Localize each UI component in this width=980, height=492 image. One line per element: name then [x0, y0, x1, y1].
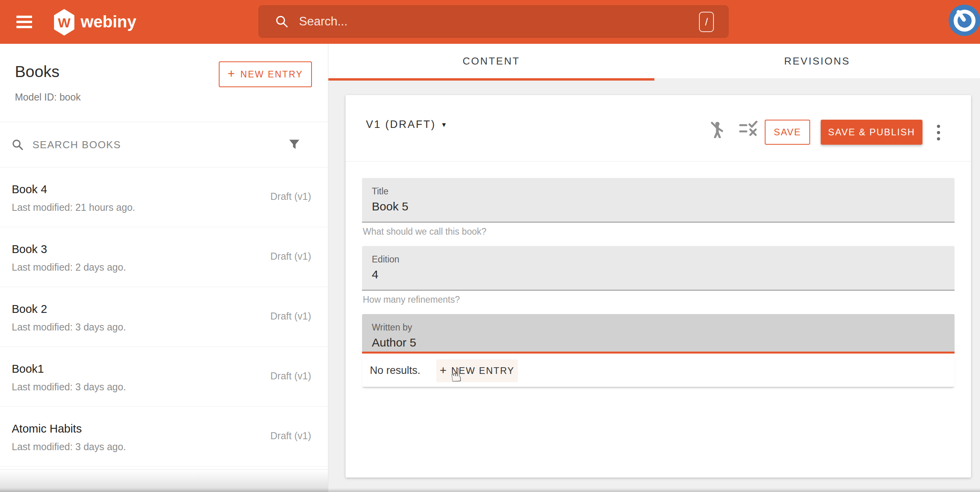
editor-tabbar: CONTENT REVISIONS [328, 44, 980, 78]
edition-field-label: Edition [372, 254, 399, 265]
request-review-icon[interactable] [709, 121, 725, 138]
book-last-modified: Last modified: 2 days ago. [12, 262, 126, 273]
entries-sidebar: Books Model ID: book + NEW ENTRY Book 4 … [0, 44, 328, 492]
title-input[interactable] [372, 200, 920, 213]
global-search-bar[interactable]: / [258, 5, 729, 38]
page-title: Books [15, 63, 59, 81]
book-title: Book 4 [12, 183, 47, 196]
slash-shortcut-key: / [699, 12, 714, 32]
brand-wordmark: webiny [81, 13, 136, 31]
search-books-input[interactable] [32, 122, 267, 167]
editor-workarea: V1 (DRAFT) ▾ [328, 81, 980, 492]
save-button[interactable]: SAVE [765, 120, 810, 145]
filter-icon[interactable] [288, 138, 300, 150]
written-by-field-label: Written by [372, 322, 412, 333]
power-icon [949, 5, 980, 36]
new-entry-button[interactable]: + NEW ENTRY [219, 61, 312, 87]
model-id-label: Model ID: book [15, 92, 81, 103]
title-field-label: Title [372, 186, 389, 197]
search-icon [275, 14, 289, 29]
list-item[interactable]: Book 3 Last modified: 2 days ago. Draft … [0, 227, 328, 287]
status-badge: Draft (v1) [270, 311, 311, 322]
edition-input[interactable] [372, 268, 920, 281]
reference-new-entry-button[interactable]: + NEW ENTRY [436, 359, 518, 382]
list-item[interactable]: Book 4 Last modified: 21 hours ago. Draf… [0, 167, 328, 227]
book-title: Book 2 [12, 303, 47, 316]
entry-toolbar: V1 (DRAFT) ▾ [346, 95, 971, 162]
title-helper-text: What should we call this book? [362, 226, 955, 237]
status-badge: Draft (v1) [270, 370, 311, 382]
no-results-text: No results. [370, 365, 420, 377]
status-badge: Draft (v1) [270, 191, 311, 202]
book-title: Atomic Habits [12, 422, 82, 435]
reference-new-entry-label: NEW ENTRY [451, 365, 515, 376]
book-last-modified: Last modified: 3 days ago. [12, 381, 126, 393]
more-options-icon[interactable] [933, 117, 944, 148]
book-last-modified: Last modified: 3 days ago. [12, 321, 126, 333]
field-edition: Edition How many refinements? [362, 246, 955, 305]
book-title: Book1 [12, 363, 44, 375]
entry-form-card: V1 (DRAFT) ▾ [346, 95, 971, 478]
sidebar-header: Books Model ID: book + NEW ENTRY [0, 44, 328, 122]
title-input-box[interactable]: Title [362, 178, 955, 223]
validation-checklist-icon[interactable] [739, 121, 758, 136]
search-icon [11, 138, 24, 151]
new-entry-button-label: NEW ENTRY [240, 69, 303, 80]
chevron-down-icon: ▾ [442, 120, 447, 129]
written-by-input[interactable] [372, 336, 920, 349]
global-search-input[interactable] [299, 5, 675, 38]
list-item[interactable]: Book 2 Last modified: 3 days ago. Draft … [0, 287, 328, 347]
svg-text:W: W [58, 15, 71, 30]
edition-input-box[interactable]: Edition [362, 246, 955, 291]
hamburger-menu-icon[interactable] [16, 16, 32, 28]
sidebar-search-row [0, 122, 328, 167]
user-avatar[interactable] [949, 5, 980, 36]
tab-revisions-label: REVISIONS [784, 55, 850, 67]
reference-dropdown: No results. + NEW ENTRY [362, 354, 955, 387]
status-badge: Draft (v1) [270, 430, 311, 442]
revision-selector[interactable]: V1 (DRAFT) ▾ [366, 119, 447, 131]
tab-revisions[interactable]: REVISIONS [654, 44, 980, 78]
top-app-bar: W webiny / [0, 0, 980, 44]
webiny-logo-icon[interactable]: W [54, 9, 74, 36]
list-item[interactable]: Atomic Habits Last modified: 3 days ago.… [0, 407, 328, 467]
revision-selector-label: V1 (DRAFT) [366, 119, 436, 131]
status-badge: Draft (v1) [270, 251, 311, 262]
list-item[interactable]: Book1 Last modified: 3 days ago. Draft (… [0, 347, 328, 407]
field-title: Title What should we call this book? [362, 178, 955, 237]
book-list: Book 4 Last modified: 21 hours ago. Draf… [0, 167, 328, 467]
plus-icon: + [440, 364, 447, 377]
save-and-publish-button[interactable]: SAVE & PUBLISH [821, 120, 922, 145]
entry-editor-area: CONTENT REVISIONS V1 (DRAFT) ▾ [328, 44, 980, 492]
book-last-modified: Last modified: 21 hours ago. [12, 202, 135, 213]
plus-icon: + [228, 66, 235, 81]
field-written-by: Written by No results. + NEW ENTRY [362, 314, 955, 387]
edition-helper-text: How many refinements? [362, 294, 955, 305]
tab-content[interactable]: CONTENT [328, 44, 654, 78]
written-by-input-box[interactable]: Written by [362, 314, 955, 354]
tab-content-label: CONTENT [463, 55, 520, 67]
book-last-modified: Last modified: 3 days ago. [12, 441, 126, 452]
page-bottom-fade [0, 488, 980, 492]
book-title: Book 3 [12, 243, 47, 256]
